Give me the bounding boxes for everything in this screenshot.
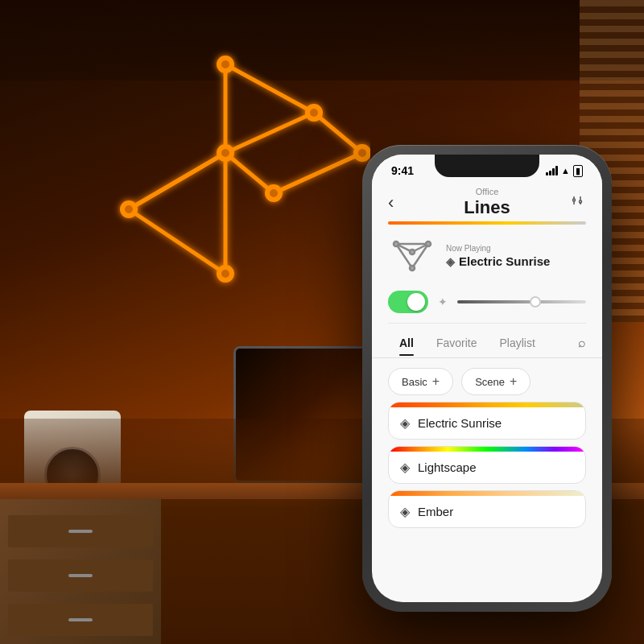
svg-point-23 — [580, 200, 582, 203]
drawer-handle-3 — [68, 618, 93, 621]
power-toggle[interactable] — [388, 291, 428, 313]
status-time: 9:41 — [391, 164, 414, 177]
drawer-1 — [8, 515, 153, 547]
signal-bar-2 — [549, 171, 551, 175]
tab-playlist[interactable]: Playlist — [488, 332, 546, 354]
svg-point-31 — [410, 250, 415, 254]
signal-bar-1 — [546, 172, 548, 175]
header-subtitle: Office — [464, 187, 510, 196]
battery-icon: ▮ — [573, 165, 583, 177]
light-art-installation — [64, 48, 370, 306]
svg-line-0 — [225, 64, 314, 113]
scene-content-electric-sunrise: ◈ Electric Sunrise — [389, 407, 585, 439]
drawer-handle-1 — [68, 530, 93, 533]
phone-case: 9:41 ▲ ▮ ‹ Office Lines — [362, 145, 612, 612]
scene-drop-icon-3: ◈ — [400, 504, 410, 519]
scene-item-electric-sunrise[interactable]: ◈ Electric Sunrise — [388, 402, 586, 440]
category-row: Basic + Scene + — [372, 358, 602, 402]
svg-point-20 — [573, 199, 576, 201]
svg-point-14 — [267, 187, 280, 200]
svg-point-30 — [426, 242, 431, 246]
svg-line-5 — [274, 153, 362, 193]
signal-bar-3 — [552, 168, 555, 175]
settings-icon[interactable] — [570, 192, 586, 213]
svg-line-1 — [314, 113, 362, 153]
search-icon[interactable]: ⌕ — [578, 336, 586, 350]
tab-favorite[interactable]: Favorite — [425, 332, 489, 354]
svg-point-11 — [219, 58, 232, 71]
scene-name-electric-sunrise: Electric Sunrise — [418, 416, 502, 430]
drawer-3 — [8, 604, 153, 636]
svg-point-16 — [122, 203, 135, 216]
svg-line-9 — [129, 209, 225, 274]
now-playing-scene-name: Electric Sunrise — [459, 254, 550, 268]
basic-plus-icon: + — [432, 374, 440, 389]
slider-thumb — [530, 296, 541, 308]
now-playing-drop-icon: ◈ — [446, 255, 455, 268]
tab-all[interactable]: All — [388, 332, 425, 354]
svg-line-6 — [225, 113, 314, 153]
svg-point-32 — [410, 266, 415, 270]
scene-content-lightscape: ◈ Lightscape — [389, 452, 585, 483]
scene-plus-icon: + — [510, 374, 517, 389]
light-fixture-icon — [388, 236, 436, 276]
scene-name-ember: Ember — [418, 505, 453, 518]
header-title: Lines — [464, 197, 510, 218]
now-playing-label: Now Playing — [446, 244, 586, 253]
scene-category-button[interactable]: Scene + — [461, 368, 530, 395]
controls-row: ✦ — [372, 287, 602, 323]
toggle-knob — [407, 293, 425, 311]
svg-line-10 — [129, 153, 225, 209]
brightness-slider[interactable] — [457, 300, 586, 303]
scene-item-ember[interactable]: ◈ Ember — [388, 490, 586, 528]
app-header: ‹ Office Lines — [372, 180, 602, 221]
now-playing-name: ◈ Electric Sunrise — [446, 254, 586, 268]
scenes-list: ◈ Electric Sunrise ◈ Lightscape — [372, 402, 602, 528]
back-button[interactable]: ‹ — [388, 192, 394, 213]
scene-drop-icon-1: ◈ — [400, 415, 410, 431]
phone-notch — [435, 155, 539, 177]
wifi-icon: ▲ — [561, 166, 570, 175]
drawer-unit — [0, 499, 161, 644]
phone-screen: 9:41 ▲ ▮ ‹ Office Lines — [372, 155, 602, 602]
svg-point-17 — [219, 267, 232, 280]
svg-point-29 — [394, 242, 398, 246]
signal-bar-4 — [555, 166, 558, 175]
scene-item-lightscape[interactable]: ◈ Lightscape — [388, 446, 586, 484]
signal-icon — [546, 166, 558, 175]
basic-category-button[interactable]: Basic + — [388, 368, 453, 395]
status-icons: ▲ ▮ — [546, 165, 583, 177]
scene-content-ember: ◈ Ember — [389, 496, 585, 527]
svg-point-15 — [219, 147, 232, 159]
svg-line-3 — [225, 153, 274, 193]
svg-point-12 — [308, 106, 320, 119]
now-playing-info: Now Playing ◈ Electric Sunrise — [446, 244, 586, 268]
tabs-row: All Favorite Playlist ⌕ — [372, 324, 602, 357]
drawer-2 — [8, 559, 153, 592]
brightness-icon: ✦ — [438, 295, 448, 308]
scene-drop-icon-2: ◈ — [400, 460, 410, 475]
drawer-handle-2 — [68, 574, 93, 577]
now-playing-section: Now Playing ◈ Electric Sunrise — [372, 225, 602, 287]
scene-name-lightscape: Lightscape — [418, 460, 477, 474]
header-center: Office Lines — [464, 187, 510, 218]
scene-label: Scene — [475, 376, 505, 388]
phone-mockup: 9:41 ▲ ▮ ‹ Office Lines — [362, 145, 612, 612]
basic-label: Basic — [402, 376, 427, 388]
